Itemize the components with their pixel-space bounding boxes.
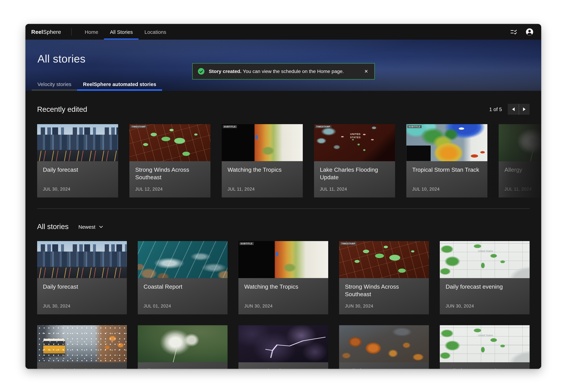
carousel-prev-button[interactable] [508,104,519,115]
sort-dropdown-value: Newest [78,224,95,230]
story-card-severe-thunderstorms[interactable]: Severe Thunderstorms [239,325,328,369]
toast-close-icon[interactable]: ✕ [360,65,373,78]
story-card-strong-winds[interactable]: TIMESTAMP Strong Winds Across Southeast … [339,241,429,314]
sort-dropdown[interactable]: Newest [78,224,103,230]
page: ReelSphere Home All Stories Locations [0,0,567,392]
story-thumbnail-us-radar-map: United States [440,325,530,362]
snow-overlay [37,325,127,362]
story-card-allergy[interactable]: Allergy [138,325,227,369]
all-stories-grid: Daily forecast JUL 30, 2024 Coastal Repo… [37,241,530,369]
app-logo[interactable]: ReelSphere [31,29,61,35]
account-avatar-icon[interactable] [524,26,535,38]
toast-message: You can view the schedule on the Home pa… [243,69,344,74]
recently-edited-carousel: Daily forecast JUL 30, 2024 TIMESTAMP St… [37,124,541,197]
thumb-overlay-tag: SUBTITLE [239,242,254,245]
story-card-title: Daily forecast evening [446,283,524,291]
carousel-next-button[interactable] [519,104,530,115]
toast-title: Story created. [209,69,241,74]
chevron-down-icon [99,225,103,228]
lightning-icon [239,325,328,362]
story-card-daily-forecast-evening[interactable]: United States Daily forecast evening [440,325,530,369]
story-card-title: Severe Thunderstorms [244,367,323,369]
story-card-title: Daily School and City Bus [43,367,121,369]
story-card-daily-forecast-autumn[interactable]: Daily forecast [339,325,429,369]
light-trails [37,151,118,161]
story-card-date: JUL 11, 2024 [320,187,389,192]
story-card-school-city-bus[interactable]: Daily School and City Bus [37,325,127,369]
app-logo-rest: Sphere [43,29,61,35]
nav-item-home[interactable]: Home [79,24,104,40]
story-card-date: JUL 01, 2024 [144,303,222,308]
success-check-icon [197,68,204,75]
nav-item-all-stories[interactable]: All Stories [104,24,139,40]
thumb-overlay-tag: SUBTITLE [223,125,237,128]
story-thumbnail-ocean-waves [138,241,227,278]
story-card-date: JUN 30, 2024 [345,303,423,308]
carousel-pager: 1 of 5 [489,104,530,115]
story-card-date: JUL 11, 2024 [504,187,541,192]
all-stories-header: All stories Newest [37,209,530,231]
story-card-coastal-report[interactable]: Coastal Report JUL 01, 2024 [138,241,227,314]
nav-divider [71,28,72,35]
story-card-date: JUL 12, 2024 [135,187,205,192]
story-card-watching-tropics[interactable]: SUBTITLE Watching the Tropics JUN 30, 20… [239,241,328,314]
story-card-title: Strong Winds Across Southeast [135,166,205,181]
story-card-title: Watching the Tropics [244,283,323,291]
story-type-tabs: Velocity stories ReelSphere automated st… [32,77,162,91]
hero-banner: All stories Story created. You can view … [25,40,541,91]
right-arrow-icon [523,108,525,111]
all-stories-heading: All stories [37,223,69,231]
tab-reelsphere-automated-stories[interactable]: ReelSphere automated stories [77,77,162,91]
story-card-date: JUN 30, 2024 [446,303,524,308]
story-thumbnail-heatmap: SUBTITLE [239,241,328,278]
left-arrow-icon [512,108,515,111]
story-card-title: Daily forecast evening [446,367,524,369]
story-thumbnail-city-skyline [37,124,118,161]
story-thumbnail-dandelion [138,325,227,362]
story-card-allergy[interactable]: Allergy JUL 11, 2024 [499,124,541,197]
story-card-title: Lake Charles Flooding Update [320,166,389,181]
nav-item-locations[interactable]: Locations [139,24,172,40]
story-card-daily-forecast-evening[interactable]: United States Daily forecast evening JUN… [440,241,530,314]
story-thumbnail-snowy-bus [37,325,127,362]
story-card-title: Allergy [504,166,541,174]
story-card-title: Daily forecast [43,283,121,291]
app-logo-bold: Reel [31,29,43,35]
story-thumbnail-city-skyline [37,241,127,278]
task-list-icon[interactable] [508,26,519,38]
story-card-daily-forecast[interactable]: Daily forecast JUL 30, 2024 [37,241,127,314]
page-title: All stories [25,40,541,65]
thumb-overlay-tag: TIMESTAMP [340,242,356,245]
thumb-overlay-tag: TIMESTAMP [315,125,331,128]
story-card-title: Tropical Storm Stan Track [412,166,481,174]
thumb-map-label: United States [476,334,495,337]
story-card-lake-charles[interactable]: TIMESTAMP UNITED STATES Lake Charles Flo… [314,124,395,197]
recently-edited-header: Recently edited 1 of 5 [37,91,530,115]
success-toast: Story created. You can view the schedule… [192,63,374,80]
story-card-title: Daily forecast [345,367,423,369]
story-card-daily-forecast[interactable]: Daily forecast JUL 30, 2024 [37,124,118,197]
thumb-overlay-tag: SUBTITLE [407,125,421,128]
story-card-title: Strong Winds Across Southeast [345,283,423,298]
story-card-title: Allergy [144,367,222,369]
story-card-watching-tropics[interactable]: SUBTITLE Watching the Tropics JUL 11, 20… [222,124,303,197]
carousel-page-indicator: 1 of 5 [489,106,502,112]
story-thumbnail-autumn-leaves [339,325,429,362]
story-card-date: JUN 30, 2024 [244,303,323,308]
story-thumbnail-lightning-storm [239,325,328,362]
light-trails [37,268,127,278]
story-thumbnail-flood-map: TIMESTAMP UNITED STATES [314,124,395,161]
nav-actions [508,26,535,38]
main-content: Recently edited 1 of 5 Daily forecast JU… [25,91,541,369]
story-card-storm-stan[interactable]: SUBTITLE Tropical Storm Stan Track JUL 1… [406,124,487,197]
tab-velocity-stories[interactable]: Velocity stories [32,77,77,91]
thumb-map-label: UNITED STATES [346,133,364,140]
recently-edited-heading: Recently edited [37,105,87,113]
story-card-date: JUL 30, 2024 [43,187,112,192]
story-card-strong-winds[interactable]: TIMESTAMP Strong Winds Across Southeast … [130,124,210,197]
story-card-title: Coastal Report [144,283,222,291]
story-card-date: JUL 30, 2024 [43,303,121,308]
story-thumbnail-heatmap: SUBTITLE [222,124,303,161]
story-card-date: JUL 11, 2024 [227,187,297,192]
story-thumbnail-radar-map: TIMESTAMP [130,124,210,161]
